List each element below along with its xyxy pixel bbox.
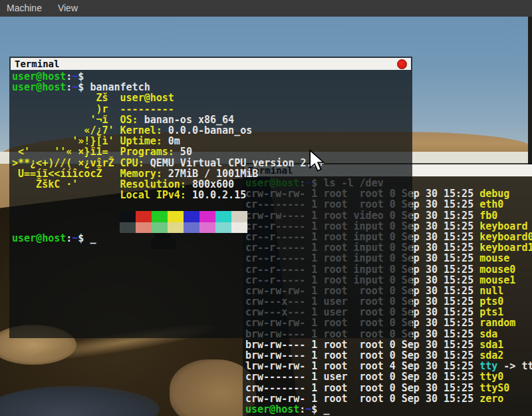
fetch-line: )r --------- — [12, 104, 412, 114]
color-palette-row-bright — [120, 222, 412, 233]
palette-swatch — [200, 211, 215, 222]
terminal-text: : — [66, 232, 72, 244]
mouse-pointer-icon — [309, 150, 326, 172]
palette-swatch — [184, 222, 200, 233]
menu-bar: Machine View — [0, 0, 532, 17]
fetch-line: <' ''« ×}ï1= Programs: 50 — [12, 146, 412, 157]
palette-swatch — [120, 211, 136, 222]
terminal1-content[interactable]: user@host:~$ user@host:~$ bananfetch Zš … — [9, 70, 412, 244]
terminal-text: _ — [84, 232, 96, 244]
terminal1-titlebar[interactable]: Terminal — [11, 58, 411, 70]
palette-swatch — [184, 211, 200, 222]
color-palette-row-normal — [120, 211, 412, 222]
terminal-text: zero — [479, 393, 503, 405]
palette-swatch — [152, 222, 168, 233]
terminal1-command-line: user@host:~$ bananfetch — [12, 82, 412, 93]
ls-row: lrw-rw-rw- 1 root root 4 Sep 30 15:25 tt… — [245, 361, 532, 371]
palette-swatch — [231, 211, 247, 222]
ls-row: brw-rw---- 1 root root 0 Sep 30 15:25 sd… — [245, 339, 532, 350]
menu-item-view[interactable]: View — [50, 0, 86, 17]
terminal-text: user@host — [12, 232, 66, 244]
palette-swatch — [136, 222, 152, 233]
fetch-line: ŽškC ·' Resolution: 800x600 — [12, 179, 412, 190]
palette-swatch — [215, 211, 231, 222]
terminal-text: user@host — [245, 403, 299, 415]
ls-row: crw------- 1 root root 0 Sep 30 15:25 tt… — [245, 383, 532, 393]
wallpaper-edge-strip — [528, 17, 532, 166]
fetch-line: '»!}[ì' Uptime: 0m — [12, 136, 412, 146]
palette-swatch — [152, 211, 168, 222]
fetch-line: >**¿<+)//( ×¿vîrŽ CPU: QEMU Virtual CPU … — [12, 158, 412, 168]
terminal-text: Local IPv4: — [120, 189, 186, 201]
palette-swatch — [200, 222, 215, 233]
fetch-line: Zš user@host — [12, 93, 412, 103]
terminal-window-bananfetch[interactable]: Terminal user@host:~$ user@host:~$ banan… — [9, 57, 412, 338]
fetch-line: Local IPv4: 10.0.2.15 — [12, 190, 412, 200]
palette-swatch — [168, 222, 184, 233]
terminal-text: _ — [317, 403, 329, 415]
palette-swatch — [231, 222, 247, 233]
palette-swatch — [120, 222, 136, 233]
palette-swatch — [215, 222, 231, 233]
menu-item-machine[interactable]: Machine — [0, 0, 50, 17]
fetch-line: U==íï<<ííîcocŽ Memory: 27MiB / 1001MiB — [12, 168, 412, 179]
terminal2-prompt-line: user@host:~$ _ — [245, 404, 532, 415]
terminal-text: 10.0.2.15 — [186, 189, 246, 201]
blank-line — [12, 200, 412, 211]
terminal1-title: Terminal — [11, 58, 59, 70]
ls-row: crw-rw-rw- 1 root root 0 Sep 30 15:25 ze… — [245, 393, 532, 404]
terminal-text: : — [299, 403, 305, 415]
fetch-line: '¬ï OS: banan-os x86_64 — [12, 114, 412, 125]
terminal-text: ~ — [305, 403, 311, 415]
terminal1-prompt-line: user@host:~$ — [12, 71, 412, 82]
terminal-text — [12, 189, 120, 201]
ls-row: crw------- 1 user root 0 Sep 30 15:25 tt… — [245, 371, 532, 382]
close-button-icon[interactable] — [397, 59, 407, 69]
vm-screen: Machine View Terminal user@host:~$ ls -l… — [0, 0, 532, 416]
terminal-text: ~ — [72, 232, 78, 244]
palette-swatch — [136, 211, 152, 222]
fetch-line: «/¿7' Kernel: 0.0.0-banan_os — [12, 125, 412, 136]
terminal1-prompt-line: user@host:~$ _ — [12, 233, 412, 244]
ls-row: brw-rw---- 1 root root 0 Sep 30 15:25 sd… — [245, 350, 532, 361]
palette-swatch — [168, 211, 184, 222]
